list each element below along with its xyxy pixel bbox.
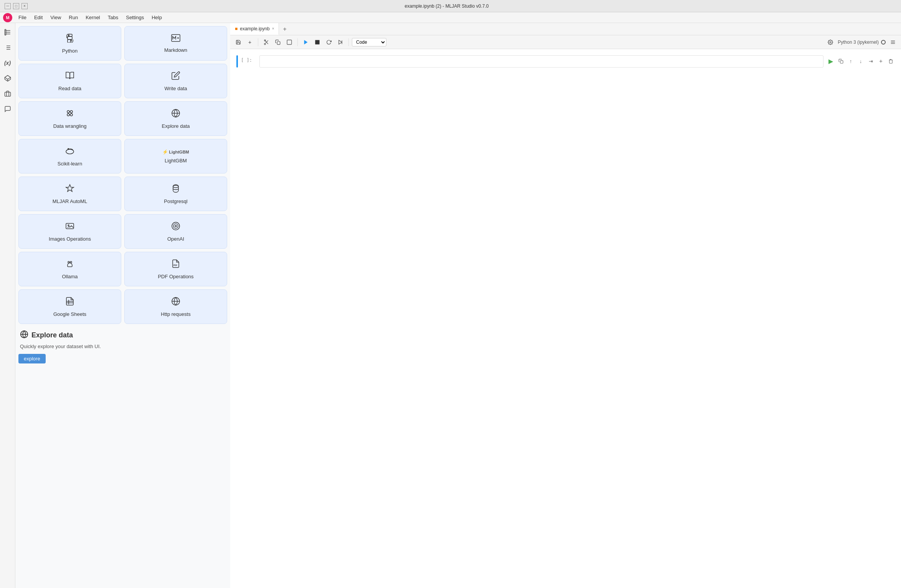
sidebar-chat-icon[interactable] [2, 103, 14, 115]
paste-button[interactable] [284, 37, 294, 47]
svg-marker-39 [304, 40, 307, 44]
svg-point-10 [69, 35, 69, 36]
close-button[interactable]: × [21, 3, 28, 9]
pdf-operations-label: PDF Operations [158, 274, 193, 279]
tab-close-button[interactable]: × [272, 26, 274, 31]
grid-btn-images-operations[interactable]: Images Operations [18, 214, 121, 249]
grid-btn-write-data[interactable]: Write data [124, 64, 227, 98]
svg-rect-47 [840, 60, 843, 63]
menu-file[interactable]: File [15, 13, 30, 21]
title-bar: ─ □ × example.ipynb (2) - MLJAR Studio v… [0, 0, 901, 12]
grid-btn-scikit-learn[interactable]: Scikit-learn [18, 139, 121, 173]
grid-btn-openai[interactable]: OpenAI [124, 214, 227, 249]
window-controls[interactable]: ─ □ × [5, 3, 28, 9]
notebook-tab[interactable]: ■ example.ipynb × [230, 23, 279, 35]
sidebar-variables-icon[interactable]: (x) [2, 57, 14, 69]
postgresql-label: Postgresql [164, 198, 187, 204]
svg-point-24 [70, 261, 72, 263]
openai-label: OpenAI [167, 236, 184, 242]
svg-point-16 [70, 114, 73, 116]
cell-input[interactable] [259, 55, 823, 68]
menu-help[interactable]: Help [149, 13, 165, 21]
kernel-status-indicator [881, 40, 886, 45]
grid-btn-mljar-automl[interactable]: MLJAR AutoML [18, 177, 121, 211]
cell-move-down-button[interactable]: ↓ [856, 57, 865, 65]
restart-button[interactable] [324, 37, 334, 47]
maximize-button[interactable]: □ [13, 3, 19, 9]
app-logo: M [3, 13, 12, 22]
data-wrangling-label: Data wrangling [53, 123, 87, 129]
cell-type-select[interactable]: Code Markdown Raw [352, 38, 386, 46]
menu-bar: M File Edit View Run Kernel Tabs Setting… [0, 12, 901, 23]
menu-kernel[interactable]: Kernel [83, 13, 103, 21]
kernel-name: Python 3 (ipykernel) [838, 40, 879, 45]
menu-run[interactable]: Run [66, 13, 81, 21]
explore-button[interactable]: explore [18, 354, 46, 363]
tabs-bar: ■ example.ipynb × + [230, 23, 901, 35]
svg-point-11 [71, 40, 71, 41]
cell-delete-button[interactable] [886, 57, 895, 65]
svg-point-19 [68, 148, 69, 150]
notebook-tab-label: example.ipynb [240, 26, 269, 31]
grid-btn-postgresql[interactable]: Postgresql [124, 177, 227, 211]
minimize-button[interactable]: ─ [5, 3, 11, 9]
markdown-label: Markdown [164, 47, 187, 53]
pdf-operations-icon: PDF [171, 259, 180, 271]
lightgbm-label: LightGBM [165, 158, 187, 164]
grid-btn-markdown[interactable]: Markdown [124, 26, 227, 61]
add-tab-button[interactable]: + [279, 23, 290, 35]
grid-btn-read-data[interactable]: Read data [18, 64, 121, 98]
cell-run-button[interactable]: ▶ [827, 57, 835, 65]
save-button[interactable] [233, 37, 243, 47]
grid-btn-http-requests[interactable]: Http requests [124, 289, 227, 324]
grid-btn-python[interactable]: Python [18, 26, 121, 61]
google-sheets-icon [66, 297, 74, 308]
http-requests-label: Http requests [161, 311, 190, 317]
sidebar-icons: (x) [0, 23, 15, 588]
grid-btn-ollama[interactable]: Ollama [18, 252, 121, 286]
add-cell-button[interactable]: + [245, 37, 255, 47]
notebook-tab-icon: ■ [235, 26, 238, 31]
toolbar-divider-1 [258, 38, 258, 46]
sidebar-packages-icon[interactable] [2, 72, 14, 84]
menu-tabs[interactable]: Tabs [105, 13, 121, 21]
svg-marker-41 [339, 40, 342, 44]
menu-settings[interactable]: Settings [123, 13, 147, 21]
cell-move-out-button[interactable]: ⇥ [866, 57, 875, 65]
menu-view[interactable]: View [47, 13, 64, 21]
toolbar-menu-button[interactable] [888, 37, 898, 47]
svg-rect-38 [287, 40, 292, 45]
sidebar-files-icon[interactable] [2, 26, 14, 38]
section-title: Explore data [31, 331, 73, 339]
svg-point-20 [173, 185, 178, 188]
images-operations-icon [65, 221, 74, 233]
cell-copy-button[interactable] [837, 57, 845, 65]
svg-point-23 [68, 261, 69, 263]
cell-move-up-button[interactable]: ↑ [847, 57, 855, 65]
toolbar-divider-3 [348, 38, 349, 46]
settings-icon-button[interactable] [825, 37, 835, 47]
stop-button[interactable] [312, 37, 322, 47]
scikit-learn-label: Scikit-learn [58, 161, 82, 167]
grid-btn-data-wrangling[interactable]: Data wrangling [18, 101, 121, 136]
grid-btn-google-sheets[interactable]: Google Sheets [18, 289, 121, 324]
cut-button[interactable] [261, 37, 271, 47]
restart-run-all-button[interactable] [335, 37, 345, 47]
section-description: Quickly explore your dataset with UI. [18, 344, 227, 349]
section-heading: Explore data [18, 330, 227, 340]
copy-button[interactable] [273, 37, 283, 47]
run-button[interactable] [301, 37, 311, 47]
grid-btn-explore-data[interactable]: Explore data [124, 101, 227, 136]
markdown-icon [171, 34, 180, 44]
cell-add-button[interactable] [876, 57, 885, 65]
mljar-automl-icon [65, 184, 74, 195]
read-data-icon [65, 71, 74, 83]
images-operations-label: Images Operations [49, 236, 91, 242]
scikit-learn-icon [65, 146, 75, 158]
sidebar-briefcase-icon[interactable] [2, 88, 14, 100]
menu-edit[interactable]: Edit [31, 13, 46, 21]
grid-btn-pdf-operations[interactable]: PDF PDF Operations [124, 252, 227, 286]
postgresql-icon [171, 184, 180, 195]
grid-btn-lightgbm[interactable]: ⚡LightGBM LightGBM [124, 139, 227, 173]
sidebar-list-icon[interactable] [2, 41, 14, 54]
